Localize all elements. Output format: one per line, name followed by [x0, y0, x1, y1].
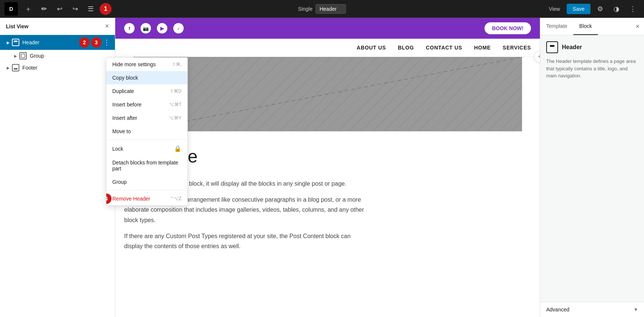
tree-toggle-footer[interactable]: ▶ — [4, 64, 12, 71]
footer-block-icon — [12, 64, 19, 71]
right-panel-content: Header The Header template defines a pag… — [540, 35, 644, 302]
ctx-remove-header[interactable]: 4 Remove Header ⌃⌥Z — [106, 192, 187, 205]
step-badge-3: 3 — [91, 37, 102, 48]
svg-rect-1 — [21, 54, 25, 58]
site-logo[interactable]: D — [4, 2, 18, 16]
close-right-panel-button[interactable]: × — [631, 23, 644, 31]
tab-block[interactable]: Block — [573, 18, 598, 35]
social-icons: f 📷 ▶ ♪ — [124, 23, 184, 33]
tiktok-icon[interactable]: ♪ — [173, 23, 184, 33]
block-title-section: Header — [546, 41, 638, 53]
svg-rect-4 — [550, 45, 554, 47]
tree-label-footer: Footer — [22, 65, 112, 71]
ctx-move-to[interactable]: Move to — [106, 125, 187, 138]
document-title-area: Single Header — [298, 4, 346, 14]
toolbar-right-actions: View Save ⚙ ◑ ⋮ — [545, 2, 640, 16]
redo-button[interactable]: ↪ — [68, 2, 82, 16]
post-content-para-3: If there are any Custom Post Types regis… — [124, 231, 367, 251]
nav-link-services[interactable]: SERVICES — [503, 45, 531, 51]
image-placeholder — [133, 57, 522, 131]
step-badge-4: 4 — [106, 193, 112, 204]
tree-item-footer[interactable]: ▶ Footer — [0, 62, 115, 74]
nav-link-blog[interactable]: BLOG — [398, 45, 414, 51]
list-view-header: List View × — [0, 18, 115, 35]
youtube-icon[interactable]: ▶ — [157, 23, 167, 33]
tree-options-header-button[interactable]: ⋮ — [102, 37, 112, 48]
facebook-icon[interactable]: f — [124, 23, 135, 33]
settings-button[interactable]: ⚙ — [593, 2, 607, 16]
left-panel: List View × ▶ Header 2 3 ⋮ ▶ Group ▶ — [0, 18, 115, 317]
block-icon — [546, 41, 558, 53]
svg-rect-2 — [14, 68, 17, 70]
tree-item-header[interactable]: ▶ Header 2 3 ⋮ — [0, 35, 115, 50]
group-block-icon — [19, 52, 27, 60]
step-badge-2: 2 — [79, 37, 90, 48]
close-list-view-button[interactable]: × — [105, 22, 109, 30]
instagram-icon[interactable]: 📷 — [141, 23, 151, 33]
ctx-insert-before[interactable]: Insert before ⌥⌘T — [106, 98, 187, 111]
ctx-duplicate[interactable]: Duplicate ⇧⌘D — [106, 84, 187, 98]
list-view-button[interactable]: ☰ — [84, 2, 97, 16]
book-now-button[interactable]: BOOK NOW! — [484, 22, 531, 34]
ctx-separator-1 — [106, 140, 187, 140]
ctx-lock[interactable]: Lock 🔒 — [106, 141, 187, 156]
svg-rect-0 — [14, 41, 17, 42]
undo-button[interactable]: ↩ — [53, 2, 66, 16]
site-header-purple-bar: f 📷 ▶ ♪ BOOK NOW! — [115, 18, 540, 39]
tree-label-group: Group — [30, 53, 112, 59]
tab-template[interactable]: Template — [540, 18, 573, 35]
more-options-button[interactable]: ⋮ — [626, 2, 640, 16]
ctx-detach[interactable]: Detach blocks from template part — [106, 156, 187, 175]
ctx-insert-after[interactable]: Insert after ⌥⌘Y — [106, 111, 187, 125]
tree-toggle-header[interactable]: ▶ — [4, 39, 12, 46]
advanced-label: Advanced — [546, 307, 569, 313]
block-description: The Header template defines a page area … — [546, 58, 638, 80]
nav-link-home[interactable]: HOME — [474, 45, 491, 51]
advanced-section[interactable]: Advanced ▼ — [540, 302, 644, 317]
toolbar: D ＋ ✏ ↩ ↪ ☰ 1 Single Header View Save ⚙ … — [0, 0, 644, 18]
nav-link-contact[interactable]: CONTACT US — [426, 45, 462, 51]
block-name-label: Header — [562, 44, 582, 51]
edit-tool-button[interactable]: ✏ — [37, 2, 51, 16]
context-menu: Hide more settings ⇧⌘, Copy block Duplic… — [106, 57, 188, 206]
list-view-title: List View — [6, 23, 28, 29]
theme-button[interactable]: ◑ — [610, 2, 623, 16]
right-panel-tabs: Template Block × — [540, 18, 644, 35]
svg-line-3 — [133, 57, 522, 131]
nav-link-about[interactable]: ABOUT US — [357, 45, 386, 51]
right-panel: Template Block × Header The Header templ… — [540, 18, 644, 317]
post-type-label: Single — [298, 6, 313, 12]
tree-item-group[interactable]: ▶ Group — [0, 50, 115, 62]
nav-bar: ⋮⋮ ABOUT US BLOG CONTACT US HOME SERVICE… — [115, 39, 540, 57]
tree-label-header: Header — [22, 39, 79, 45]
template-select[interactable]: Header — [315, 4, 346, 14]
ctx-separator-2 — [106, 190, 187, 190]
tree-toggle-group[interactable]: ▶ — [12, 52, 19, 60]
step-badge-1: 1 — [100, 3, 112, 15]
view-button[interactable]: View — [545, 4, 564, 14]
add-block-toolbar-button[interactable]: ＋ — [22, 2, 35, 16]
ctx-group-action[interactable]: Group — [106, 175, 187, 189]
save-button[interactable]: Save — [567, 4, 590, 14]
ctx-hide-settings[interactable]: Hide more settings ⇧⌘, — [106, 58, 187, 71]
ctx-copy-block[interactable]: Copy block — [106, 71, 187, 84]
header-block-icon — [12, 39, 19, 46]
main-layout: List View × ▶ Header 2 3 ⋮ ▶ Group ▶ — [0, 18, 644, 317]
chevron-down-icon: ▼ — [634, 307, 638, 312]
